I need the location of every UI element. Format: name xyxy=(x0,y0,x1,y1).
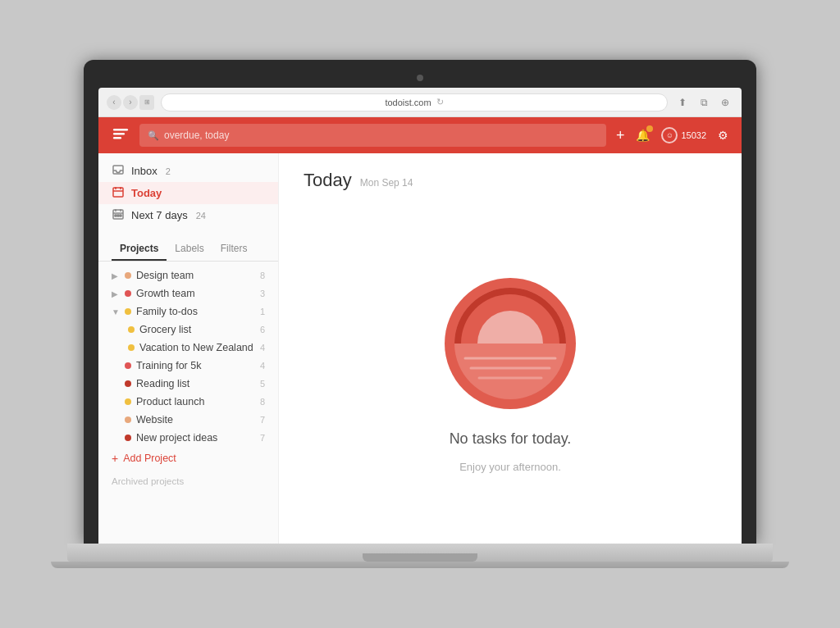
project-name-training: Training for 5k xyxy=(136,360,255,371)
project-count-training: 4 xyxy=(260,361,265,371)
project-item-website[interactable]: Website 7 xyxy=(98,411,278,429)
notifications-icon[interactable]: 🔔 xyxy=(636,129,650,142)
project-name-product: Product launch xyxy=(136,396,255,407)
content-header: Today Mon Sep 14 xyxy=(279,153,742,199)
project-name-reading: Reading list xyxy=(136,378,255,389)
refresh-icon[interactable]: ↻ xyxy=(436,97,444,107)
project-name-new-ideas: New project ideas xyxy=(136,432,255,444)
sidebar-nav: Inbox 2 xyxy=(98,153,278,233)
project-dot-new-ideas xyxy=(125,435,131,441)
logo xyxy=(112,125,130,147)
back-button[interactable]: ‹ xyxy=(107,95,121,110)
page-date: Mon Sep 14 xyxy=(360,177,413,189)
svg-rect-0 xyxy=(113,129,128,131)
project-item-reading[interactable]: Reading list 5 xyxy=(98,375,278,393)
tab-projects[interactable]: Projects xyxy=(112,236,167,261)
app: 🔍 overdue, today + 🔔 ☺ 15032 ⚙ xyxy=(98,117,742,544)
project-item-new-ideas[interactable]: New project ideas 7 xyxy=(98,429,278,447)
project-count-design: 8 xyxy=(260,271,265,280)
project-dot-design xyxy=(125,272,131,279)
sidebar-item-inbox[interactable]: Inbox 2 xyxy=(98,160,278,182)
content-area: Today Mon Sep 14 xyxy=(279,153,742,544)
search-text: overdue, today xyxy=(164,130,229,141)
project-dot-product xyxy=(125,398,131,405)
empty-illustration xyxy=(436,270,584,417)
screen-bezel: ‹ › ⊞ todoist.com ↻ ⬆ ⧉ ⊕ xyxy=(98,88,742,544)
project-count-reading: 5 xyxy=(260,379,265,389)
project-count-website: 7 xyxy=(260,415,265,425)
browser-nav: ‹ › ⊞ xyxy=(107,95,154,110)
collapse-arrow-growth: ▶ xyxy=(112,289,120,298)
svg-rect-1 xyxy=(113,133,125,135)
forward-button[interactable]: › xyxy=(123,95,138,110)
svg-rect-7 xyxy=(117,215,119,216)
empty-title: No tasks for today. xyxy=(450,430,572,448)
add-project-button[interactable]: + Add Project xyxy=(98,447,278,470)
project-name-grocery: Grocery list xyxy=(139,324,255,335)
project-dot-reading xyxy=(125,380,131,387)
sidebar-item-today[interactable]: Today xyxy=(98,182,278,204)
today-label: Today xyxy=(131,187,162,199)
sidebar-tabs: Projects Labels Filters xyxy=(98,236,278,262)
collapse-arrow-family: ▼ xyxy=(112,307,120,316)
screen-shell: ‹ › ⊞ todoist.com ↻ ⬆ ⧉ ⊕ xyxy=(84,60,756,544)
next7-label: Next 7 days xyxy=(131,209,188,221)
copy-button[interactable]: ⧉ xyxy=(696,94,712,111)
tab-labels[interactable]: Labels xyxy=(167,236,212,261)
more-button[interactable]: ⊕ xyxy=(717,94,733,111)
view-button[interactable]: ⊞ xyxy=(139,95,154,110)
project-item-growth-team[interactable]: ▶ Growth team 3 xyxy=(98,284,278,303)
project-dot-grocery xyxy=(128,326,135,333)
add-project-label: Add Project xyxy=(123,453,176,464)
project-item-product[interactable]: Product launch 8 xyxy=(98,393,278,411)
project-dot-website xyxy=(125,416,131,423)
project-count-growth: 3 xyxy=(260,289,265,298)
project-count-vacation: 4 xyxy=(260,343,265,353)
tab-filters[interactable]: Filters xyxy=(212,236,256,261)
project-count-product: 8 xyxy=(260,397,265,407)
archived-projects[interactable]: Archived projects xyxy=(98,470,278,493)
projects-list: ▶ Design team 8 ▶ Growth team 3 xyxy=(98,262,278,498)
url-text: todoist.com xyxy=(385,98,431,107)
project-name-design: Design team xyxy=(136,270,255,281)
settings-icon[interactable]: ⚙ xyxy=(718,129,728,142)
sidebar: Inbox 2 xyxy=(98,153,279,544)
inbox-icon xyxy=(112,164,125,178)
share-button[interactable]: ⬆ xyxy=(674,94,691,111)
project-dot-vacation xyxy=(128,344,135,351)
project-item-training[interactable]: Training for 5k 4 xyxy=(98,357,278,375)
inbox-badge: 2 xyxy=(166,166,171,176)
laptop-base xyxy=(67,544,773,562)
main-area: Inbox 2 xyxy=(98,153,742,544)
project-dot-family xyxy=(125,308,131,315)
project-item-grocery[interactable]: Grocery list 6 xyxy=(98,321,278,339)
karma-icon: ☺ xyxy=(661,127,678,143)
project-name-family: Family to-dos xyxy=(136,306,255,317)
page-title: Today xyxy=(304,170,352,191)
project-name-vacation: Vacation to New Zealand xyxy=(139,342,255,353)
project-dot-training xyxy=(125,362,131,369)
laptop-shell: ‹ › ⊞ todoist.com ↻ ⬆ ⧉ ⊕ xyxy=(84,60,756,568)
svg-rect-2 xyxy=(113,137,121,139)
topbar-actions: + 🔔 ☺ 15032 ⚙ xyxy=(616,127,728,144)
inbox-label: Inbox xyxy=(131,165,158,177)
search-bar[interactable]: 🔍 overdue, today xyxy=(139,124,606,147)
sidebar-item-next7[interactable]: Next 7 days 24 xyxy=(98,204,278,226)
project-dot-growth xyxy=(125,290,131,297)
project-count-new-ideas: 7 xyxy=(260,433,265,443)
search-icon: 🔍 xyxy=(148,130,159,141)
project-item-design-team[interactable]: ▶ Design team 8 xyxy=(98,266,278,284)
svg-rect-4 xyxy=(113,188,123,197)
collapse-arrow-design: ▶ xyxy=(112,271,120,280)
address-bar[interactable]: todoist.com ↻ xyxy=(161,93,668,111)
project-item-family[interactable]: ▼ Family to-dos 1 xyxy=(98,303,278,321)
karma-value: 15032 xyxy=(681,130,706,140)
empty-subtitle: Enjoy your afternoon. xyxy=(459,461,561,473)
browser-actions: ⬆ ⧉ ⊕ xyxy=(674,94,733,111)
add-project-icon: + xyxy=(112,452,118,465)
next7-icon xyxy=(112,208,125,222)
project-item-vacation[interactable]: Vacation to New Zealand 4 xyxy=(98,339,278,357)
topbar: 🔍 overdue, today + 🔔 ☺ 15032 ⚙ xyxy=(98,117,742,153)
add-button[interactable]: + xyxy=(616,127,625,144)
empty-state: No tasks for today. Enjoy your afternoon… xyxy=(420,199,600,544)
